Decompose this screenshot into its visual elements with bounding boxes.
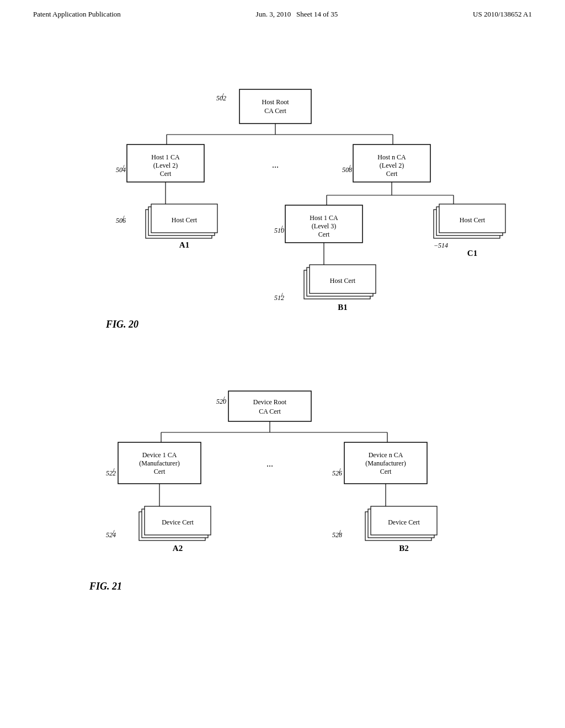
svg-text:Device n CA: Device n CA	[369, 451, 403, 459]
svg-text:Host Cert: Host Cert	[460, 216, 486, 224]
svg-text:FIG. 21: FIG. 21	[89, 581, 122, 592]
svg-text:/: /	[281, 291, 283, 299]
svg-text:FIG. 20: FIG. 20	[105, 319, 138, 330]
svg-text:Host 1 CA: Host 1 CA	[151, 153, 180, 161]
svg-text:/: /	[349, 163, 351, 171]
svg-text:Host Cert: Host Cert	[172, 216, 198, 224]
svg-text:B2: B2	[399, 544, 409, 553]
svg-text:Device Cert: Device Cert	[162, 518, 194, 526]
svg-text:(Level 2): (Level 2)	[153, 162, 178, 169]
svg-text:Host Root: Host Root	[262, 98, 289, 106]
svg-text:502: 502	[216, 94, 226, 102]
svg-text:Cert: Cert	[154, 468, 166, 475]
page-header: Patent Application Publication Jun. 3, 2…	[0, 0, 565, 19]
fig21-diagram: 520 / Device Root CA Cert ... 522 / Devi…	[0, 361, 565, 670]
svg-text:/: /	[339, 466, 341, 474]
svg-text:/: /	[122, 213, 125, 222]
svg-text:/: /	[113, 466, 115, 474]
svg-text:C1: C1	[467, 249, 477, 258]
svg-text:Host n CA: Host n CA	[377, 153, 406, 161]
svg-text:Cert: Cert	[318, 231, 330, 238]
svg-text:Device Root: Device Root	[253, 398, 287, 406]
svg-text:Device 1 CA: Device 1 CA	[142, 451, 177, 459]
header-right: US 2010/138652 A1	[473, 10, 532, 19]
svg-text:CA Cert: CA Cert	[264, 107, 286, 115]
svg-rect-59	[228, 391, 311, 421]
svg-text:/: /	[222, 91, 224, 99]
svg-text:Cert: Cert	[160, 170, 172, 178]
svg-text:Host 1 CA: Host 1 CA	[310, 214, 338, 222]
svg-text:(Level 2): (Level 2)	[380, 162, 404, 169]
sheet-info: Sheet 14 of 35	[296, 10, 338, 18]
svg-text:B1: B1	[338, 303, 348, 312]
svg-text:/: /	[339, 528, 341, 536]
fig20-diagram: 502 / Host Root CA Cert ... 504 / Host 1…	[0, 19, 565, 361]
svg-text:(Manufacturer): (Manufacturer)	[139, 459, 179, 467]
svg-text:/: /	[223, 394, 225, 403]
svg-text:(Level 3): (Level 3)	[312, 222, 336, 230]
svg-text:/: /	[122, 163, 125, 171]
svg-text:Cert: Cert	[380, 468, 392, 475]
header-middle: Jun. 3, 2010 Sheet 14 of 35	[256, 10, 338, 19]
svg-text:A1: A1	[179, 240, 189, 249]
svg-text:−514: −514	[434, 242, 448, 249]
svg-text:(Manufacturer): (Manufacturer)	[365, 459, 406, 467]
svg-text:...: ...	[266, 459, 273, 468]
svg-text:Cert: Cert	[386, 170, 398, 178]
svg-text:/: /	[281, 223, 283, 232]
svg-text:A2: A2	[173, 544, 183, 553]
svg-text:CA Cert: CA Cert	[259, 408, 281, 415]
svg-text:Device Cert: Device Cert	[388, 518, 420, 526]
svg-text:Host Cert: Host Cert	[330, 277, 356, 285]
header-left: Patent Application Publication	[33, 10, 121, 19]
svg-text:/: /	[113, 528, 115, 536]
svg-text:...: ...	[272, 160, 279, 169]
